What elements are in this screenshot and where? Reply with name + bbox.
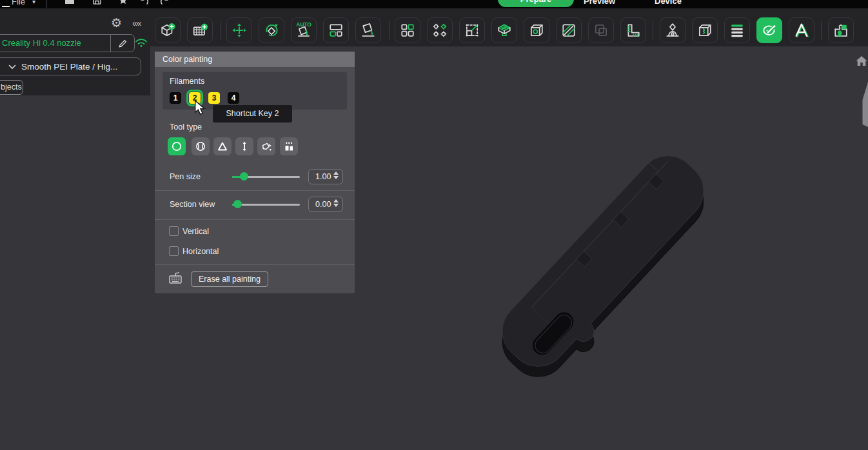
- pen-size-value-box[interactable]: 1.00: [308, 169, 343, 184]
- auto-orient-icon: AUTO: [295, 21, 313, 39]
- pencil-icon: [118, 39, 128, 48]
- support-painting-icon: [664, 21, 682, 39]
- tab-device[interactable]: Device: [655, 0, 682, 8]
- tab-prepare[interactable]: Prepare: [498, 0, 574, 7]
- titlebar-separator: [46, 0, 47, 8]
- section-view-value-box[interactable]: 0.00: [308, 197, 343, 212]
- filaments-section: Filaments 1 2 3 4: [163, 72, 347, 110]
- nav-handle[interactable]: [862, 79, 868, 130]
- move-button[interactable]: [226, 17, 252, 43]
- save-icon[interactable]: [92, 0, 102, 8]
- shortcut-tooltip: Shortcut Key 2: [213, 105, 292, 122]
- merge-icon: [592, 21, 610, 39]
- seam-painting-button[interactable]: [692, 17, 718, 43]
- plate-preset-value: Smooth PEI Plate / Hig...: [21, 62, 117, 72]
- filament-swatch-1[interactable]: 1: [170, 92, 181, 104]
- erase-all-painting-button[interactable]: Erase all painting: [191, 271, 268, 287]
- arrange-button[interactable]: [323, 17, 349, 43]
- tool-height-range[interactable]: [235, 137, 253, 155]
- support-painting-button[interactable]: [660, 17, 686, 43]
- move-icon: [230, 21, 248, 39]
- toolbar-separator: [389, 21, 390, 39]
- vertical-label: Vertical: [182, 227, 209, 236]
- lay-on-face-button[interactable]: [355, 17, 381, 43]
- sphere-brush-icon: [194, 140, 207, 153]
- auto-support-box-button[interactable]: [491, 17, 517, 43]
- seam-box-icon: [528, 21, 546, 39]
- seam-painting-icon: [696, 21, 714, 39]
- tab-objects[interactable]: bjects: [0, 80, 23, 95]
- filaments-label: Filaments: [170, 77, 204, 86]
- file-menu[interactable]: File: [12, 0, 25, 8]
- tool-fragment-fill[interactable]: [280, 137, 298, 155]
- printer-wifi-icon[interactable]: [134, 36, 148, 52]
- lay-on-face-icon: [359, 21, 377, 39]
- tool-type-label: Tool type: [170, 122, 202, 132]
- undo-icon[interactable]: [139, 0, 150, 8]
- section-view-label: Section view: [170, 200, 215, 209]
- open-folder-icon[interactable]: [64, 0, 75, 8]
- clone-icon: [399, 21, 417, 39]
- star-icon[interactable]: [118, 0, 128, 8]
- section-view-slider[interactable]: [232, 200, 300, 209]
- tool-sphere-brush[interactable]: [192, 137, 210, 155]
- vertical-checkbox[interactable]: [169, 226, 179, 236]
- pen-size-label: Pen size: [170, 172, 201, 181]
- triangle-brush-icon: [216, 140, 229, 153]
- per-object-settings-button[interactable]: [427, 17, 453, 43]
- toolbar-separator: [821, 21, 822, 39]
- pen-size-slider[interactable]: [232, 172, 300, 181]
- plugins-icon: [832, 21, 850, 39]
- tool-circle-brush[interactable]: [168, 137, 186, 155]
- sidebar-collapse-icon[interactable]: ««: [132, 18, 141, 28]
- tab-preview[interactable]: Preview: [584, 0, 615, 8]
- plate-preset-dropdown[interactable]: Smooth PEI Plate / Hig...: [0, 57, 141, 75]
- filament-swatch-4[interactable]: 4: [228, 92, 239, 104]
- title-bar: File ▾ Prepare Preview Device: [0, 0, 868, 8]
- file-menu-caret-icon[interactable]: ▾: [32, 0, 35, 8]
- per-object-settings-icon: [431, 21, 449, 39]
- panel-divider: [155, 264, 355, 265]
- merge-button[interactable]: [588, 17, 614, 43]
- home-view-icon[interactable]: [855, 55, 868, 70]
- height-range-tool-icon: [238, 140, 251, 153]
- filament-swatch-3[interactable]: 3: [208, 92, 220, 104]
- auto-orient-button[interactable]: AUTO: [291, 17, 317, 43]
- add-model-icon: [159, 21, 177, 39]
- chevron-down-icon: [8, 64, 16, 70]
- keyboard-shortcuts-icon[interactable]: [168, 269, 183, 288]
- printer-settings-gear-icon[interactable]: ⚙: [111, 17, 122, 30]
- printer-selector[interactable]: Creality Hi 0.4 nozzle: [0, 34, 135, 52]
- plugins-button[interactable]: [828, 17, 854, 43]
- seam-box-button[interactable]: [524, 17, 549, 43]
- rotate-icon: [262, 21, 281, 39]
- measure-icon: [624, 21, 642, 39]
- tool-fill[interactable]: [257, 137, 275, 155]
- tool-triangle-brush[interactable]: [213, 137, 232, 155]
- text-button[interactable]: [789, 17, 814, 43]
- mouse-cursor: [193, 100, 208, 119]
- printer-edit-button[interactable]: [110, 35, 134, 52]
- pen-size-spinner[interactable]: [333, 171, 339, 179]
- horizontal-label: Horizontal: [182, 247, 219, 256]
- add-model-button[interactable]: [155, 17, 181, 43]
- panel-title[interactable]: Color painting: [155, 52, 355, 67]
- horizontal-checkbox[interactable]: [169, 246, 179, 256]
- scale-icon: [463, 21, 481, 39]
- clone-button[interactable]: [395, 17, 420, 43]
- section-view-spinner[interactable]: [333, 199, 339, 207]
- circle-brush-icon: [170, 140, 183, 153]
- pen-size-value: 1.00: [315, 172, 331, 181]
- fragment-fill-tool-icon: [282, 140, 295, 153]
- measure-button[interactable]: [620, 17, 646, 43]
- add-plate-button[interactable]: [187, 17, 213, 43]
- redo-icon[interactable]: [159, 0, 170, 8]
- model-3d-object[interactable]: [474, 139, 738, 393]
- height-range-icon: [728, 21, 746, 39]
- scale-button[interactable]: [459, 17, 485, 43]
- rotate-button[interactable]: [259, 17, 284, 43]
- height-range-button[interactable]: [724, 17, 750, 43]
- panel-divider: [155, 219, 355, 220]
- color-painting-button[interactable]: [756, 17, 782, 43]
- cut-button[interactable]: [556, 17, 582, 43]
